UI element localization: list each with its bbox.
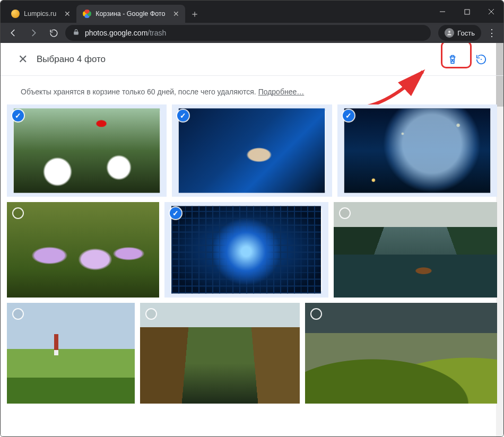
select-circle-icon[interactable] bbox=[339, 207, 351, 219]
reload-button[interactable] bbox=[45, 24, 62, 41]
window-minimize-button[interactable] bbox=[430, 1, 455, 23]
selected-check-icon[interactable] bbox=[343, 110, 354, 121]
forward-button[interactable] bbox=[25, 24, 42, 41]
clear-selection-button[interactable]: ✕ bbox=[12, 49, 33, 70]
profile-label: Гость bbox=[457, 29, 475, 37]
svg-point-7 bbox=[481, 58, 482, 59]
photo-image bbox=[334, 202, 497, 298]
hint-text: Объекты хранятся в корзине только 60 дне… bbox=[21, 88, 258, 96]
window-maximize-button[interactable] bbox=[455, 1, 479, 23]
selection-count-label: Выбрано 4 фото bbox=[37, 54, 106, 65]
photo-image bbox=[171, 206, 321, 294]
tab-close-icon[interactable]: ✕ bbox=[172, 10, 180, 18]
photo-image bbox=[179, 108, 325, 193]
photo-image bbox=[7, 303, 135, 404]
browser-titlebar: Lumpics.ru ✕ Корзина - Google Фото ✕ ＋ bbox=[1, 1, 503, 23]
photo-globe-keys[interactable] bbox=[337, 104, 497, 197]
favicon-lumpics bbox=[11, 10, 20, 18]
selected-check-icon[interactable] bbox=[12, 110, 24, 121]
browser-toolbar: photos.google.com/trash Гость ⋮ bbox=[1, 23, 503, 43]
photo-image bbox=[140, 303, 300, 404]
photo-crocus[interactable] bbox=[7, 202, 159, 298]
tab-label: Lumpics.ru bbox=[24, 10, 56, 18]
profile-chip[interactable]: Гость bbox=[438, 25, 481, 41]
photo-image bbox=[344, 108, 490, 193]
select-circle-icon[interactable] bbox=[12, 207, 24, 219]
hint-learn-more-link[interactable]: Подробнее… bbox=[258, 88, 305, 96]
back-button[interactable] bbox=[5, 24, 22, 41]
photo-dashboard[interactable] bbox=[172, 104, 332, 197]
photo-ladybug[interactable] bbox=[7, 104, 167, 197]
lock-icon bbox=[73, 29, 80, 37]
browser-menu-button[interactable]: ⋮ bbox=[484, 27, 499, 39]
select-circle-icon[interactable] bbox=[145, 308, 157, 320]
photo-lighthouse[interactable] bbox=[7, 303, 135, 404]
tab-google-photos-trash[interactable]: Корзина - Google Фото ✕ bbox=[76, 5, 185, 23]
favicon-google-photos bbox=[83, 10, 91, 18]
photo-image bbox=[305, 303, 497, 404]
restore-button[interactable] bbox=[471, 49, 492, 70]
trash-hint: Объекты хранятся в корзине только 60 дне… bbox=[1, 76, 503, 104]
scrollbar[interactable] bbox=[496, 43, 503, 437]
url-host: photos.google.com bbox=[85, 29, 147, 37]
delete-forever-button[interactable] bbox=[442, 49, 463, 70]
window-close-button[interactable] bbox=[479, 1, 503, 23]
photo-image bbox=[7, 202, 159, 298]
photo-hills[interactable] bbox=[305, 303, 497, 404]
photo-image bbox=[14, 108, 160, 193]
tab-close-icon[interactable]: ✕ bbox=[64, 10, 71, 18]
tab-label: Корзина - Google Фото bbox=[95, 10, 165, 18]
google-photos-trash: ✕ Выбрано 4 фото Объекты хранятся в корз… bbox=[1, 43, 503, 437]
window-controls bbox=[430, 1, 503, 23]
svg-rect-1 bbox=[465, 10, 470, 14]
url-path: /trash bbox=[147, 29, 166, 37]
photo-grid bbox=[1, 104, 503, 410]
photo-fjord[interactable] bbox=[334, 202, 497, 298]
svg-point-4 bbox=[448, 31, 450, 33]
new-tab-button[interactable]: ＋ bbox=[187, 6, 202, 21]
tab-lumpics[interactable]: Lumpics.ru ✕ bbox=[5, 5, 76, 23]
avatar-icon bbox=[445, 28, 454, 38]
photo-canyon[interactable] bbox=[140, 303, 300, 404]
select-circle-icon[interactable] bbox=[12, 308, 24, 320]
selection-toolbar: ✕ Выбрано 4 фото bbox=[1, 43, 503, 76]
photo-chip[interactable] bbox=[164, 202, 328, 298]
address-bar[interactable]: photos.google.com/trash bbox=[65, 25, 431, 41]
